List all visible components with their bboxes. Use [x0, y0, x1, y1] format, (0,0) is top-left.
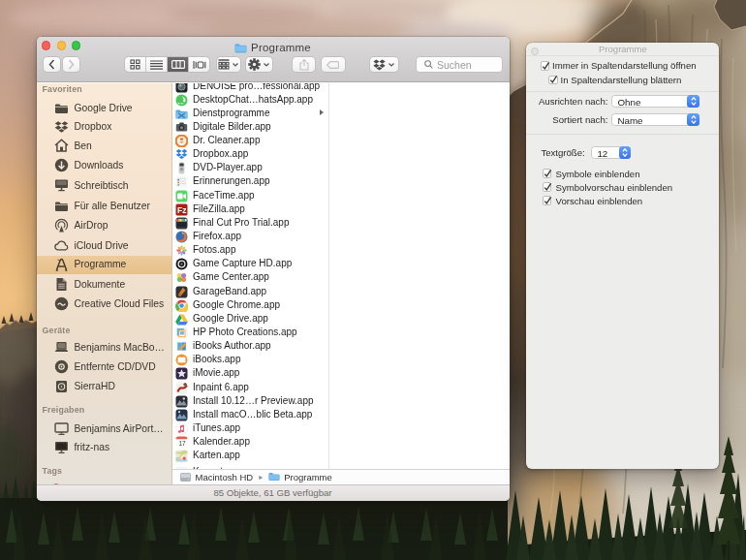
svg-text:Fz: Fz [177, 205, 186, 215]
svg-text:17: 17 [178, 441, 186, 448]
